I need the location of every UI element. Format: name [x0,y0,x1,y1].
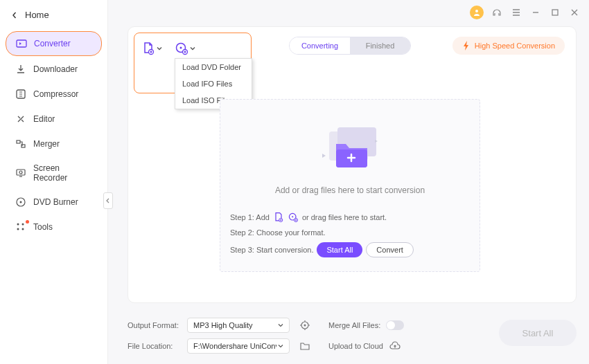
compressor-icon [15,89,26,100]
file-location-select[interactable]: F:\Wondershare UniConverter 1 [187,338,290,354]
sidebar-label: Tools [33,222,53,232]
upload-label: Upload to Cloud [328,342,383,350]
svg-point-11 [22,228,24,230]
merge-label: Merge All Files: [328,321,380,329]
convert-pill[interactable]: Convert [366,242,414,257]
output-format-select[interactable]: MP3 High Quality [187,318,290,333]
screen-recorder-icon [15,167,26,179]
step1-label-b: or drag files here to start. [302,213,387,221]
maximize-icon[interactable] [549,6,561,19]
high-speed-conversion-button[interactable]: High Speed Conversion [452,37,565,55]
converter-icon [16,38,27,49]
chevron-down-icon [278,322,283,328]
sidebar-item-screen-recorder[interactable]: Screen Recorder [6,157,102,189]
step-1: Step 1: Add or drag files here to start. [230,212,470,223]
sidebar-label: Downloader [33,64,78,74]
sidebar-item-editor[interactable]: Editor [6,107,102,131]
svg-rect-4 [17,170,25,175]
svg-point-23 [292,216,293,217]
footer: Output Format: MP3 High Quality Merge Al… [128,317,577,356]
downloader-icon [15,64,26,75]
svg-rect-13 [552,10,558,15]
start-all-label: Start All [522,328,554,338]
add-file-small-icon [273,212,284,223]
menu-icon[interactable] [510,6,522,19]
sidebar-item-compressor[interactable]: Compressor [6,82,102,106]
drop-zone[interactable]: Add or drag files here to start conversi… [220,99,480,272]
avatar-icon[interactable] [470,6,484,19]
sidebar-label: Merger [33,139,60,149]
open-folder-icon[interactable] [299,340,310,352]
dropdown-load-dvd-folder[interactable]: Load DVD Folder [175,59,252,75]
window-controls [470,6,581,19]
sidebar-header: Home [0,0,107,30]
output-format-label: Output Format: [128,321,182,329]
sidebar-label: Converter [34,39,71,48]
svg-point-12 [475,10,478,12]
chevron-down-icon [157,46,162,51]
chevron-down-icon [278,343,283,349]
step-2: Step 2: Choose your format. [230,228,470,237]
tab-converting[interactable]: Converting [290,37,350,54]
step1-label-a: Step 1: Add [230,213,270,221]
tools-icon [15,221,26,233]
sidebar-item-merger[interactable]: Merger [6,132,102,156]
svg-point-5 [19,171,22,174]
minimize-icon[interactable] [529,6,542,19]
cloud-icon[interactable] [389,341,401,351]
sidebar: Home Converter Downloader Compressor Edi… [0,0,108,364]
svg-point-16 [180,47,182,49]
sidebar-label: Compressor [33,89,78,99]
collapse-sidebar-button[interactable] [103,192,113,209]
file-location-label: File Location: [128,342,182,350]
file-location-value: F:\Wondershare UniConverter 1 [193,342,276,350]
chevron-down-icon [190,46,195,51]
step-3: Step 3: Start conversion. Start All Conv… [230,242,470,257]
svg-point-8 [17,224,19,226]
home-label: Home [25,10,49,20]
tab-finished[interactable]: Finished [350,37,410,54]
svg-rect-2 [17,140,20,143]
folder-illustration [220,116,480,177]
step3-label: Step 3: Start conversion. [230,246,313,254]
headset-icon[interactable] [491,6,503,19]
sidebar-label: Screen Recorder [33,163,92,183]
lightning-icon [462,41,471,51]
svg-point-26 [304,325,306,327]
steps: Step 1: Add or drag files here to start.… [230,212,470,257]
load-toolbar: Load DVD Folder Load IFO Files Load ISO … [134,33,252,93]
start-all-button[interactable]: Start All [499,320,577,346]
dropzone-text: Add or drag files here to start conversi… [220,185,480,195]
svg-point-7 [20,201,22,203]
hsc-label: High Speed Conversion [475,42,555,50]
svg-point-10 [17,228,19,230]
close-icon[interactable] [568,6,581,19]
add-disc-small-icon [288,212,299,223]
dropdown-load-ifo-files[interactable]: Load IFO Files [175,75,252,92]
merger-icon [15,138,26,149]
settings-icon[interactable] [299,320,310,331]
output-format-value: MP3 High Quality [193,321,253,329]
status-tabs: Converting Finished [289,37,411,55]
back-icon[interactable] [11,12,18,19]
sidebar-item-downloader[interactable]: Downloader [6,57,102,81]
sidebar-item-converter[interactable]: Converter [6,31,102,56]
load-disc-button[interactable] [175,42,195,55]
merge-toggle[interactable] [386,320,404,330]
add-file-button[interactable] [141,42,162,55]
dvd-burner-icon [15,197,26,208]
editor-icon [15,113,26,125]
sidebar-label: Editor [33,114,55,124]
content-panel: Load DVD Folder Load IFO Files Load ISO … [128,26,577,303]
sidebar-item-tools[interactable]: Tools [6,215,102,239]
start-all-pill[interactable]: Start All [317,242,362,257]
svg-point-9 [22,224,24,226]
sidebar-label: DVD Burner [33,197,78,207]
sidebar-item-dvd-burner[interactable]: DVD Burner [6,190,102,214]
